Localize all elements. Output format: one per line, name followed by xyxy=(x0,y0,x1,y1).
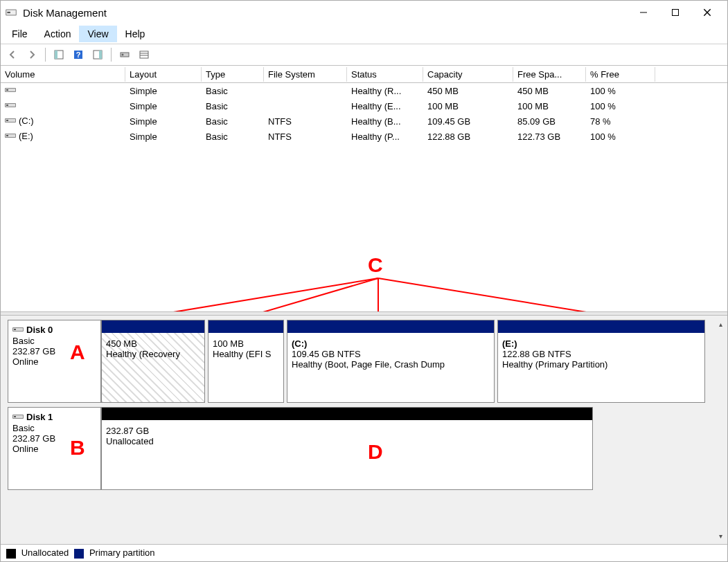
list-view-button[interactable] xyxy=(135,46,153,64)
partition[interactable]: 450 MBHealthy (Recovery xyxy=(101,320,205,403)
toolbar-separator-2 xyxy=(111,48,112,62)
volume-fs xyxy=(264,105,347,107)
volume-free: 85.09 GB xyxy=(513,115,586,128)
volume-type: Basic xyxy=(202,84,264,98)
svg-rect-8 xyxy=(55,51,57,59)
col-capacity[interactable]: Capacity xyxy=(423,67,513,82)
drive-icon xyxy=(5,116,16,127)
col-pct-free[interactable]: % Free xyxy=(586,67,655,82)
toolbar: ? xyxy=(1,44,727,66)
annotation-c: C xyxy=(368,253,383,277)
volume-type: Basic xyxy=(202,100,264,113)
volume-layout: Simple xyxy=(125,130,202,143)
minimize-button[interactable] xyxy=(628,2,659,23)
disk-state: Online xyxy=(12,356,96,367)
svg-rect-39 xyxy=(14,416,16,417)
disk-state: Online xyxy=(12,444,96,454)
partition-letter: (C:) xyxy=(292,338,490,349)
col-type[interactable]: Type xyxy=(202,67,264,82)
volume-layout: Simple xyxy=(125,84,202,98)
partition-status: Healthy (Boot, Page File, Crash Dump xyxy=(292,359,490,370)
volume-free: 450 MB xyxy=(513,84,586,98)
partition-status: Healthy (Primary Partition) xyxy=(502,359,700,370)
svg-rect-29 xyxy=(6,135,8,136)
disk-size: 232.87 GB xyxy=(12,433,96,444)
disk-management-window: Disk Management File Action View Help ? xyxy=(0,0,728,562)
volume-row[interactable]: (E:)SimpleBasicNTFSHealthy (P...122.88 G… xyxy=(1,129,727,144)
partition-size: 450 MB xyxy=(106,338,200,349)
svg-point-14 xyxy=(122,54,124,56)
menu-file[interactable]: File xyxy=(3,26,36,42)
disk-info[interactable]: Disk 0Basic232.87 GBOnline xyxy=(8,320,101,403)
scroll-down-icon[interactable]: ▾ xyxy=(715,530,726,541)
partition-band xyxy=(102,408,592,420)
settings-button[interactable] xyxy=(116,46,134,64)
volume-list[interactable]: SimpleBasicHealthy (R...450 MB450 MB100 … xyxy=(1,83,727,311)
swatch-primary-icon xyxy=(74,549,84,559)
volume-free: 122.73 GB xyxy=(513,130,586,143)
svg-line-31 xyxy=(254,278,378,311)
volume-layout: Simple xyxy=(125,115,202,128)
forward-button[interactable] xyxy=(23,46,41,64)
partition[interactable]: 100 MBHealthy (EFI S xyxy=(208,320,284,403)
volume-row[interactable]: SimpleBasicHealthy (E...100 MB100 MB100 … xyxy=(1,98,727,114)
disk-label: Disk 1 xyxy=(26,412,53,422)
volume-fs xyxy=(264,89,347,92)
volume-capacity: 100 MB xyxy=(423,100,513,113)
legend-primary-label: Primary partition xyxy=(89,547,155,558)
drive-icon xyxy=(5,132,16,142)
col-status[interactable]: Status xyxy=(347,67,423,82)
close-button[interactable] xyxy=(691,2,723,23)
partition-band xyxy=(102,320,204,333)
disk-info[interactable]: Disk 1Basic232.87 GBOnline xyxy=(8,407,101,490)
menu-view[interactable]: View xyxy=(79,26,116,42)
show-hide-action-pane-button[interactable] xyxy=(89,46,107,64)
graphical-pane: Disk 0Basic232.87 GBOnline450 MBHealthy … xyxy=(1,316,727,544)
legend-unallocated-label: Unallocated xyxy=(21,547,69,558)
drive-icon xyxy=(5,86,16,96)
partition-status: Healthy (EFI S xyxy=(213,349,279,359)
volume-list-header: Volume Layout Type File System Status Ca… xyxy=(1,66,727,83)
help-button[interactable]: ? xyxy=(69,46,87,64)
partition-size: 122.88 GB NTFS xyxy=(502,349,700,359)
col-volume[interactable]: Volume xyxy=(1,67,125,82)
swatch-unallocated-icon xyxy=(6,549,16,559)
svg-rect-23 xyxy=(6,105,8,106)
svg-rect-12 xyxy=(99,51,102,59)
volume-status: Healthy (B... xyxy=(347,115,423,128)
volume-layout: Simple xyxy=(125,100,202,113)
scrollbar[interactable]: ▴ ▾ xyxy=(715,318,726,541)
back-button[interactable] xyxy=(3,46,21,64)
partition[interactable]: (E:)122.88 GB NTFSHealthy (Primary Parti… xyxy=(497,320,705,403)
partition-status: Healthy (Recovery xyxy=(106,349,200,359)
scroll-up-icon[interactable]: ▴ xyxy=(715,318,726,329)
volume-capacity: 122.88 GB xyxy=(423,130,513,143)
legend-unallocated: Unallocated xyxy=(6,547,69,559)
svg-rect-26 xyxy=(6,120,8,121)
volume-pct: 78 % xyxy=(586,115,655,128)
show-hide-console-tree-button[interactable] xyxy=(50,46,68,64)
partition-unallocated[interactable]: 232.87 GBUnallocated xyxy=(101,407,593,490)
svg-rect-2 xyxy=(7,12,10,13)
maximize-button[interactable] xyxy=(659,2,691,23)
window-title: Disk Management xyxy=(23,7,628,19)
menu-action[interactable]: Action xyxy=(36,26,80,42)
svg-text:?: ? xyxy=(76,51,81,59)
col-filesystem[interactable]: File System xyxy=(264,67,347,82)
volume-pct: 100 % xyxy=(586,130,655,143)
partition-band xyxy=(287,320,494,333)
svg-line-33 xyxy=(378,278,603,311)
volume-row[interactable]: SimpleBasicHealthy (R...450 MB450 MB100 … xyxy=(1,83,727,98)
volume-row[interactable]: (C:)SimpleBasicNTFSHealthy (B...109.45 G… xyxy=(1,114,727,129)
svg-line-30 xyxy=(157,278,378,311)
partition-band xyxy=(498,320,704,333)
col-free-space[interactable]: Free Spa... xyxy=(513,67,586,82)
col-layout[interactable]: Layout xyxy=(125,67,202,82)
disk-size: 232.87 GB xyxy=(12,346,96,356)
disk-partitions: 450 MBHealthy (Recovery100 MBHealthy (EF… xyxy=(101,320,720,403)
menubar: File Action View Help xyxy=(1,24,727,44)
menu-help[interactable]: Help xyxy=(117,26,154,42)
svg-rect-15 xyxy=(140,51,148,58)
svg-rect-20 xyxy=(6,89,8,91)
partition[interactable]: (C:)109.45 GB NTFSHealthy (Boot, Page Fi… xyxy=(287,320,495,403)
